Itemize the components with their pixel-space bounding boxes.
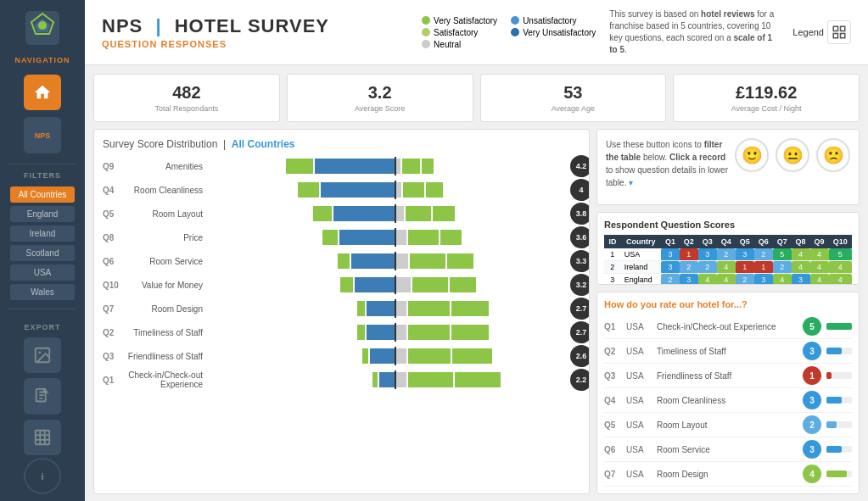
bar-text-label: Room Design — [126, 304, 203, 314]
bar-row-q2[interactable]: Q2 Timeliness of Staff — [103, 323, 580, 342]
bar-center-line — [395, 347, 396, 365]
bar-row-q10[interactable]: Q10 Value for Money — [103, 276, 580, 294]
bar-s — [367, 325, 394, 340]
bar-q-label: Q4 — [103, 186, 121, 195]
stat-respondants-value: 482 — [108, 83, 266, 103]
rating-bar — [826, 446, 852, 453]
bar-vs — [357, 301, 365, 316]
legend-button[interactable]: Legend — [792, 20, 851, 44]
bar-left-segments — [296, 182, 395, 198]
bar-center-line — [395, 181, 396, 199]
header: NPS | HOTEL SURVEY QUESTION RESPONSES Ve… — [85, 0, 868, 65]
rating-score: 3 — [803, 391, 821, 409]
rating-row-q5[interactable]: Q5 USA Room Layout 2 — [604, 413, 852, 437]
bar-right-segments — [395, 348, 495, 364]
bar-right-segments — [395, 277, 478, 292]
neutral-emoji-btn[interactable]: 😐 — [776, 138, 809, 172]
bar-us — [408, 348, 451, 364]
col-header-q9: Q9 — [810, 235, 829, 248]
filter-all-countries[interactable]: All Countries — [10, 186, 75, 203]
filter-ireland[interactable]: Ireland — [10, 225, 75, 242]
svg-point-5 — [38, 352, 41, 354]
bar-q-label: Q7 — [103, 304, 121, 314]
filter-wales[interactable]: Wales — [10, 284, 75, 300]
bar-row-q7[interactable]: Q7 Room Design — [103, 299, 580, 318]
rating-bar-fill — [826, 397, 842, 404]
hotel-rating-rows: Q1 USA Check-in/Check-out Experience 5 Q… — [604, 315, 852, 487]
rating-score: 1 — [803, 366, 821, 385]
chart-bar-area: Q9 Amenities — [103, 157, 580, 389]
rating-q: Q4 — [604, 396, 621, 405]
happy-emoji-btn[interactable]: 🙂 — [735, 138, 769, 172]
bar-track: 3.8 — [208, 204, 580, 223]
bar-right-segments — [395, 301, 491, 316]
legend-label-vs: Very Satisfactory — [434, 16, 497, 25]
rating-row-q3[interactable]: Q3 USA Friendliness of Staff 1 — [604, 364, 852, 388]
rating-row-q7[interactable]: Q7 USA Room Design 4 — [604, 462, 852, 487]
chart-panel: Survey Score Distribution | All Countrie… — [93, 129, 590, 494]
rating-row-q1[interactable]: Q1 USA Check-in/Check-out Experience 5 — [604, 315, 852, 339]
legend-label-us: Unsatisfactory — [523, 16, 576, 25]
bar-us — [408, 325, 450, 340]
legend-dot-vus — [511, 28, 519, 36]
col-header-q3: Q3 — [698, 235, 717, 248]
main-content: NPS | HOTEL SURVEY QUESTION RESPONSES Ve… — [85, 0, 868, 501]
export-table-icon[interactable] — [24, 420, 61, 455]
legend-dot-s — [422, 28, 430, 36]
export-pdf-icon[interactable] — [24, 378, 61, 414]
bar-n — [395, 301, 406, 316]
sad-emoji-btn[interactable]: 🙁 — [816, 138, 850, 172]
nps-icon[interactable]: NPS — [24, 117, 61, 153]
bar-score-bubble: 3.8 — [570, 203, 590, 225]
bar-row-q8[interactable]: Q8 Price — [103, 228, 580, 247]
bar-track: 2.7 — [208, 299, 580, 318]
bar-positive-group — [321, 230, 395, 245]
filter-usa[interactable]: USA — [10, 264, 75, 281]
rating-row-q4[interactable]: Q4 USA Room Cleanliness 3 — [604, 388, 852, 413]
title-hotel-survey: HOTEL SURVEY — [175, 15, 329, 36]
filter-scotland[interactable]: Scotland — [10, 245, 75, 261]
legend-dot-us — [511, 16, 519, 25]
table-row[interactable]: 1USA3132325445 — [604, 248, 852, 261]
bar-row-q5[interactable]: Q5 Room Layout — [103, 204, 580, 223]
bar-row-q3[interactable]: Q3 Friendliness of Staff — [103, 347, 580, 365]
rating-row-q2[interactable]: Q2 USA Timeliness of Staff 3 — [604, 339, 852, 364]
info-icon[interactable]: i — [24, 458, 61, 494]
respondent-table-panel: Respondent Question Scores IDCountryQ1Q2… — [596, 212, 860, 285]
bar-positive-group — [371, 372, 394, 387]
bar-row-q4[interactable]: Q4 Room Cleanliness — [103, 181, 580, 199]
respondent-table-scroll[interactable]: IDCountryQ1Q2Q3Q4Q5Q6Q7Q8Q9Q10 1USA31323… — [604, 235, 852, 285]
bar-text-label: Amenities — [126, 162, 203, 171]
bar-right-segments — [395, 182, 445, 198]
bar-right-segments — [395, 325, 491, 340]
col-header-q4: Q4 — [717, 235, 736, 248]
rating-row-q6[interactable]: Q6 USA Room Service 3 — [604, 437, 852, 462]
bar-s — [315, 159, 395, 174]
export-image-icon[interactable] — [24, 337, 61, 373]
sidebar-divider-2 — [8, 309, 76, 309]
home-icon[interactable] — [24, 75, 61, 110]
col-header-q1: Q1 — [661, 235, 680, 248]
rating-q: Q2 — [604, 347, 621, 356]
bar-vs — [357, 325, 365, 340]
bar-row-q1[interactable]: Q1 Check-in/Check-out Experience — [103, 370, 580, 389]
table-row[interactable]: 3England2344234344 — [604, 274, 852, 286]
rating-name: Timeliness of Staff — [657, 347, 798, 356]
bar-positive-group — [356, 301, 394, 316]
bar-row-q6[interactable]: Q6 Room Service — [103, 252, 580, 270]
bar-score-bubble: 4 — [570, 179, 590, 201]
rating-country: USA — [626, 322, 652, 331]
col-header-q8: Q8 — [792, 235, 810, 248]
bar-vus — [452, 348, 493, 364]
bar-vs — [338, 253, 350, 269]
bar-score-bubble: 3.6 — [570, 226, 590, 248]
table-row[interactable]: 2Ireland3224112444 — [604, 261, 852, 274]
bar-row-q9[interactable]: Q9 Amenities — [103, 157, 580, 175]
rating-q: Q7 — [604, 470, 621, 479]
filter-info-link[interactable]: ▾ — [629, 178, 633, 187]
filter-england[interactable]: England — [10, 206, 75, 222]
rating-score: 4 — [803, 465, 821, 483]
bar-negative-group — [395, 277, 478, 292]
bar-vs — [322, 230, 338, 245]
svg-rect-7 — [36, 431, 50, 445]
